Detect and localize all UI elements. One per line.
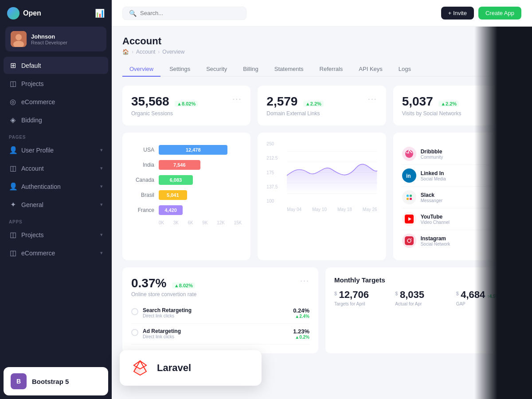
nav-label-authentication: Authentication xyxy=(21,183,61,190)
sidebar-item-bidding[interactable]: ◈ Bidding xyxy=(4,111,108,129)
ret-stats-search: 0.24% ▲2.4% xyxy=(293,307,309,319)
bar-fill-canada: 6,083 xyxy=(159,175,193,185)
target-value-gap: $ 4,684 ↑4.5% xyxy=(456,289,512,301)
logo-icon xyxy=(7,7,20,20)
sidebar-item-general[interactable]: ✦ General ▾ xyxy=(4,196,108,213)
bar-label-india: India xyxy=(131,162,154,168)
conv-rate-badge: ▲8.02% xyxy=(172,282,195,289)
stat-badge-domain: ▲2.2% xyxy=(303,101,324,107)
app-logo: Open xyxy=(7,7,41,20)
radio-ad xyxy=(131,329,138,336)
sidebar-header: Open 📊 xyxy=(0,0,112,27)
bar-chart: USA 12,478 India 7,546 Canada xyxy=(131,145,242,225)
linkedin-icon: in xyxy=(402,168,416,183)
page-header: Account 🏠 › Account › Overview xyxy=(122,35,521,55)
social-info-dribbble: Dribbble Community xyxy=(421,149,494,160)
tab-billing[interactable]: Billing xyxy=(236,62,266,77)
target-value-april: $ 12,706 xyxy=(334,289,391,301)
nav-label-bidding: Bidding xyxy=(21,117,42,124)
buy-now-button[interactable]: Buy now xyxy=(521,122,532,152)
bottom-grid: 0.37% ▲8.02% Online store convertion rat… xyxy=(122,267,521,353)
conv-rate-value: 0.37% xyxy=(131,276,166,290)
sidebar-item-ecommerce-app[interactable]: ◫ eCommerce ▾ xyxy=(4,244,108,262)
ecommerce-app-icon: ◫ xyxy=(9,249,17,257)
help-button[interactable]: Help xyxy=(521,98,532,119)
stat-more-organic[interactable]: ··· xyxy=(232,94,242,104)
svg-rect-18 xyxy=(405,236,414,245)
stat-more-domain[interactable]: ··· xyxy=(368,94,377,104)
tab-security[interactable]: Security xyxy=(199,62,234,77)
stat-more-social[interactable]: ··· xyxy=(503,94,512,104)
chevron-down-icon-4: ▾ xyxy=(100,202,103,207)
slack-icon xyxy=(402,190,416,204)
laravel-icon xyxy=(130,358,150,378)
chevron-down-icon-2: ▾ xyxy=(100,165,103,171)
stat-number-social: 5,037 ▲2.2% xyxy=(402,94,462,109)
sidebar-item-user-profile[interactable]: 👤 User Profile ▾ xyxy=(4,141,108,159)
stat-label-social: Visits by Social Networks xyxy=(402,110,462,117)
bar-label-france: France xyxy=(131,207,154,213)
header-chart-icon[interactable]: 📊 xyxy=(95,8,105,18)
breadcrumb-account[interactable]: Account xyxy=(136,49,155,55)
sidebar-item-authentication[interactable]: 👤 Authentication ▾ xyxy=(4,178,108,195)
conv-info: 0.37% ▲8.02% Online store convertion rat… xyxy=(131,276,196,297)
nav-label-projects-app: Projects xyxy=(21,231,44,239)
sidebar-item-projects-app[interactable]: ◫ Projects ▾ xyxy=(4,226,108,243)
tab-api-keys[interactable]: API Keys xyxy=(352,62,389,77)
retargeting-list: Search Retargeting Direct link clicks 0.… xyxy=(131,303,309,344)
stat-badge-organic: ▲8.02% xyxy=(175,101,198,107)
topbar-actions: + Invite Create App xyxy=(441,7,521,20)
svg-point-0 xyxy=(9,9,17,17)
search-icon: 🔍 xyxy=(129,10,137,17)
sidebar: Open 📊 Johnson React Developer ⊞ Default… xyxy=(0,0,112,399)
target-badge-gap: ↑4.5% xyxy=(487,294,500,299)
bar-row-canada: Canada 6,083 xyxy=(131,175,242,185)
tab-logs[interactable]: Logs xyxy=(391,62,418,77)
general-icon: ✦ xyxy=(9,200,17,209)
invite-button[interactable]: + Invite xyxy=(441,7,474,20)
bar-fill-brasil: 5,041 xyxy=(159,190,187,200)
grid-icon: ⊞ xyxy=(9,61,17,70)
chevron-down-icon-6: ▾ xyxy=(100,250,103,256)
instagram-icon xyxy=(402,234,416,248)
sidebar-item-ecommerce[interactable]: ◎ eCommerce xyxy=(4,93,108,110)
svg-point-2 xyxy=(16,34,22,40)
social-info-youtube: YouTube Video Channel xyxy=(421,214,494,225)
user-card[interactable]: Johnson React Developer xyxy=(5,27,106,51)
bar-fill-france: 4,420 xyxy=(159,205,183,215)
breadcrumb-overview: Overview xyxy=(162,49,184,55)
search-bar[interactable]: 🔍 xyxy=(122,7,246,20)
bar-track-canada: 6,083 xyxy=(159,175,242,185)
svg-rect-15 xyxy=(410,198,412,200)
chevron-down-icon-5: ▾ xyxy=(100,232,103,238)
line-chart-container: 250 212.5 175 137.5 100 xyxy=(266,141,377,212)
charts-grid: USA 12,478 India 7,546 Canada xyxy=(122,133,521,260)
tab-statements[interactable]: Statements xyxy=(267,62,311,77)
tab-settings[interactable]: Settings xyxy=(162,62,197,77)
tab-referrals[interactable]: Referrals xyxy=(313,62,350,77)
page-tabs: Overview Settings Security Billing State… xyxy=(122,62,521,77)
search-input[interactable] xyxy=(140,10,240,16)
account-icon: ◫ xyxy=(9,164,17,172)
create-app-button[interactable]: Create App xyxy=(478,7,521,20)
pages-section-label: PAGES xyxy=(4,129,108,141)
conv-more-button[interactable]: ··· xyxy=(300,276,309,286)
projects-icon: ◫ xyxy=(9,79,17,88)
breadcrumb-home[interactable]: 🏠 xyxy=(122,49,129,55)
explore-button[interactable]: Explore xyxy=(521,71,532,98)
svg-rect-13 xyxy=(410,195,412,197)
stat-organic-sessions: 35,568 ▲8.02% Organic Sessions ··· xyxy=(122,86,250,125)
main-area: 🔍 + Invite Create App Account 🏠 › Accoun… xyxy=(112,0,532,399)
retargeting-row-ad: Ad Retargeting Direct link clicks 1.23% … xyxy=(131,324,309,344)
bar-row-brasil: Brasil 5,041 xyxy=(131,190,242,200)
social-list: Dribbble Community 579 ▲2.6% in xyxy=(402,143,512,251)
user-name: Johnson xyxy=(31,33,67,40)
sidebar-item-projects[interactable]: ◫ Projects xyxy=(4,75,108,92)
nav-label-account: Account xyxy=(21,165,44,172)
tab-overview[interactable]: Overview xyxy=(122,62,160,77)
sidebar-item-default[interactable]: ⊞ Default xyxy=(4,57,108,74)
bar-track-usa: 12,478 xyxy=(159,145,242,155)
user-info: Johnson React Developer xyxy=(31,33,67,45)
sidebar-item-account[interactable]: ◫ Account ▾ xyxy=(4,160,108,177)
target-label-actual: Actual for Apr xyxy=(395,301,451,306)
